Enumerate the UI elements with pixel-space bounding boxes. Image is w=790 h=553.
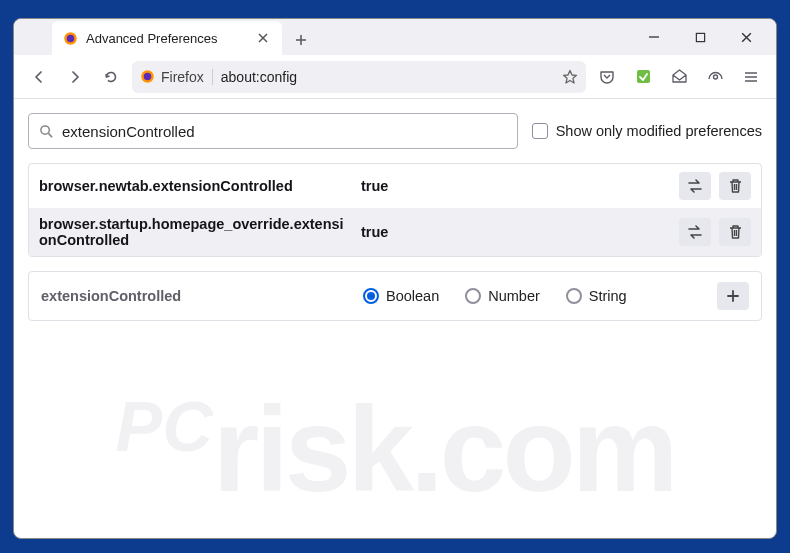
pref-actions [679, 172, 751, 200]
browser-window: Advanced Preferences Firefox about:confi… [13, 18, 777, 539]
inbox-button[interactable] [664, 62, 694, 92]
tab-advanced-preferences[interactable]: Advanced Preferences [52, 21, 282, 55]
url-text: about:config [221, 69, 554, 85]
show-modified-checkbox[interactable]: Show only modified preferences [532, 123, 762, 139]
radio-number[interactable]: Number [465, 288, 540, 304]
pref-value: true [361, 178, 667, 194]
search-row: extensionControlled Show only modified p… [28, 113, 762, 149]
radio-string[interactable]: String [566, 288, 627, 304]
svg-point-1 [66, 34, 74, 42]
search-input[interactable]: extensionControlled [28, 113, 518, 149]
toggle-button[interactable] [679, 172, 711, 200]
preference-list: browser.newtab.extensionControlled true … [28, 163, 762, 257]
close-window-button[interactable] [734, 25, 758, 49]
pref-value: true [361, 224, 667, 240]
minimize-button[interactable] [642, 25, 666, 49]
url-bar[interactable]: Firefox about:config [132, 61, 586, 93]
delete-button[interactable] [719, 172, 751, 200]
close-tab-icon[interactable] [254, 29, 272, 47]
add-pref-button[interactable] [717, 282, 749, 310]
navigation-toolbar: Firefox about:config [14, 55, 776, 99]
svg-point-6 [713, 75, 717, 79]
forward-button[interactable] [60, 62, 90, 92]
watermark: PCrisk.com [116, 380, 675, 518]
reload-button[interactable] [96, 62, 126, 92]
radio-boolean[interactable]: Boolean [363, 288, 439, 304]
radio-icon [465, 288, 481, 304]
radio-label: Number [488, 288, 540, 304]
svg-point-7 [41, 125, 49, 133]
radio-icon [566, 288, 582, 304]
toggle-button[interactable] [679, 218, 711, 246]
tab-title: Advanced Preferences [86, 31, 254, 46]
radio-icon [363, 288, 379, 304]
identity-box[interactable]: Firefox [140, 69, 213, 85]
type-radios: Boolean Number String [363, 288, 705, 304]
back-button[interactable] [24, 62, 54, 92]
svg-point-4 [144, 73, 152, 81]
search-value: extensionControlled [62, 123, 507, 140]
firefox-icon [140, 69, 155, 84]
radio-label: String [589, 288, 627, 304]
firefox-favicon [62, 30, 78, 46]
pref-actions [679, 218, 751, 246]
tab-bar: Advanced Preferences [14, 19, 776, 55]
new-tab-button[interactable] [286, 25, 316, 55]
svg-rect-2 [696, 33, 704, 41]
show-modified-label: Show only modified preferences [556, 123, 762, 139]
svg-rect-5 [637, 70, 650, 83]
delete-button[interactable] [719, 218, 751, 246]
add-pref-name: extensionControlled [41, 288, 351, 304]
pref-name: browser.startup.homepage_override.extens… [39, 216, 349, 248]
about-config-content: extensionControlled Show only modified p… [14, 99, 776, 538]
account-button[interactable] [700, 62, 730, 92]
identity-label: Firefox [161, 69, 204, 85]
add-pref-row: extensionControlled Boolean Number Strin… [28, 271, 762, 321]
search-icon [39, 124, 54, 139]
checkbox-icon [532, 123, 548, 139]
window-controls [642, 19, 768, 55]
pref-row[interactable]: browser.startup.homepage_override.extens… [29, 208, 761, 256]
menu-button[interactable] [736, 62, 766, 92]
maximize-button[interactable] [688, 25, 712, 49]
extension-button[interactable] [628, 62, 658, 92]
bookmark-star-icon[interactable] [562, 69, 578, 85]
radio-label: Boolean [386, 288, 439, 304]
pocket-button[interactable] [592, 62, 622, 92]
pref-name: browser.newtab.extensionControlled [39, 178, 349, 194]
pref-row[interactable]: browser.newtab.extensionControlled true [29, 164, 761, 208]
